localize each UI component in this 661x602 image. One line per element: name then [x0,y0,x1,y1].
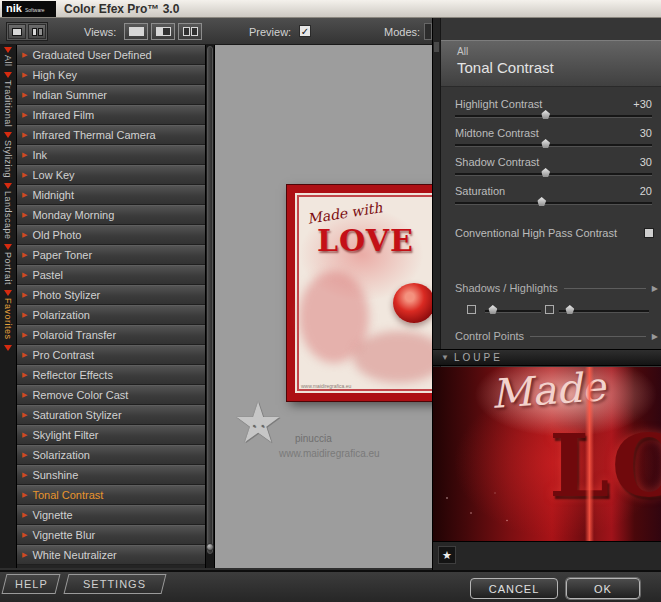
slider-track[interactable] [455,115,652,117]
filter-bullet-icon: ▶ [22,91,27,99]
category-tab[interactable]: Traditional [3,72,13,127]
titlebar: nik Software Color Efex Pro™ 3.0 [0,0,661,18]
shadows-highlights-section[interactable]: Shadows / Highlights ▶ [441,282,661,294]
artwork-love-text: LOVE [317,223,414,258]
slider-handle[interactable] [537,197,546,206]
filter-list-item[interactable]: ▶ Vignette Blur [17,525,205,545]
filter-list-item[interactable]: ▶ Indian Summer [17,85,205,105]
favorite-star-button[interactable]: ★ [438,546,456,564]
filter-list-item[interactable]: ▶ Remove Color Cast [17,385,205,405]
logo-subtext: Software [25,7,45,13]
filter-list-item[interactable]: ▶ Skylight Filter [17,425,205,445]
filter-label: Vignette Blur [32,529,95,541]
category-tab[interactable]: All [3,47,13,67]
category-tab[interactable]: Portrait [3,244,13,285]
filter-list-item[interactable]: ▶ Polarization [17,305,205,325]
filter-list-item[interactable]: ▶ Graduated User Defined [17,45,205,65]
ok-button[interactable]: OK [566,578,640,599]
modes-dropdown[interactable] [424,23,432,40]
filter-list-item[interactable]: ▶ Sunshine [17,465,205,485]
tab-marker-icon [4,183,12,189]
preview-area: Made with LOVE www.maidiregrafica.eu ★ •… [215,45,432,568]
filter-list-item[interactable]: ▶ Reflector Effects [17,365,205,385]
rose-graphic [393,283,432,323]
highlights-slider-handle[interactable] [565,305,574,314]
expand-arrow-icon[interactable]: ▶ [652,284,658,293]
filter-list-item[interactable]: ▶ Solarization [17,445,205,465]
filter-bullet-icon: ▶ [22,131,27,139]
shadows-slider-handle[interactable] [488,305,497,314]
filter-list-item[interactable]: ▶ Polaroid Transfer [17,325,205,345]
filter-label: Solarization [32,449,89,461]
split-pane-icon[interactable] [28,24,46,39]
settings-button[interactable]: SETTINGS [64,574,167,594]
filter-list-item[interactable]: ▶ High Key [17,65,205,85]
filter-label: Sunshine [32,469,78,481]
filter-label: Pastel [32,269,63,281]
filter-list-item[interactable]: ▶ White Neutralizer [17,545,205,565]
filter-list-item[interactable]: ▶ Infrared Film [17,105,205,125]
filter-label: Midnight [32,189,74,201]
filter-list-item[interactable]: ▶ Monday Morning [17,205,205,225]
help-button[interactable]: HELP [2,574,61,594]
shadows-slider[interactable] [485,310,541,312]
slider-track[interactable] [455,202,652,204]
shadows-checkbox[interactable] [467,305,476,314]
slider-handle[interactable] [541,139,550,148]
highlights-checkbox[interactable] [545,305,554,314]
view-mode-group [124,23,202,40]
filter-label: Ink [32,149,47,161]
preview-checkbox[interactable]: ✓ [299,25,311,37]
loupe-header[interactable]: ▼ LOUPE [433,349,661,366]
control-points-section[interactable]: Control Points ▶ [441,330,661,342]
slider-label: Highlight Contrast [455,98,542,110]
filter-list-scrollbar[interactable] [205,45,215,568]
cancel-button[interactable]: CANCEL [470,578,558,599]
filter-title: Tonal Contrast [457,59,554,76]
filter-label: Vignette [32,509,72,521]
filter-label: Tonal Contrast [32,489,103,501]
filter-bullet-icon: ▶ [22,191,27,199]
filter-list-item[interactable]: ▶ Midnight [17,185,205,205]
preview-label: Preview: [249,26,291,38]
tab-marker-icon [4,72,12,78]
highlights-slider[interactable] [559,310,649,312]
category-tab-label: Portrait [3,252,13,285]
filter-label: Infrared Film [32,109,94,121]
slider-track[interactable] [455,173,652,175]
slider-value: 20 [640,185,652,197]
filter-bullet-icon: ▶ [22,551,27,559]
slider-track[interactable] [455,144,652,146]
scrollbar-thumb[interactable] [207,46,213,554]
filter-list-item[interactable]: ▶ Paper Toner [17,245,205,265]
filter-list-item[interactable]: ▶ Infrared Thermal Camera [17,125,205,145]
expand-arrow-icon[interactable]: ▶ [652,332,658,341]
category-tab[interactable]: Favorites [3,290,13,340]
view-split-button[interactable] [151,23,175,40]
view-sidebyside-button[interactable] [178,23,202,40]
scrollbar-knob[interactable] [206,543,214,551]
category-tab-label: Stylizing [3,140,13,178]
star-face: • • [253,422,266,429]
filter-list-item[interactable]: ▶ Saturation Stylizer [17,405,205,425]
filter-list-item[interactable]: ▶ Tonal Contrast [17,485,205,505]
loupe-love-text: LO [549,415,661,516]
slider-label: Midtone Contrast [455,127,539,139]
filter-list-item[interactable]: ▶ Photo Stylizer [17,285,205,305]
slider-handle[interactable] [541,110,550,119]
filter-list-item[interactable]: ▶ Pastel [17,265,205,285]
filter-list-item[interactable]: ▶ Old Photo [17,225,205,245]
filter-list-item[interactable]: ▶ Vignette [17,505,205,525]
filter-list-item[interactable]: ▶ Pro Contrast [17,345,205,365]
single-pane-icon[interactable] [8,24,26,39]
filter-label: Saturation Stylizer [32,409,121,421]
view-single-button[interactable] [124,23,148,40]
slider-handle[interactable] [541,168,550,177]
category-tab[interactable]: Landscape [3,183,13,240]
category-tab[interactable]: Stylizing [3,132,13,178]
filter-list-item[interactable]: ▶ Low Key [17,165,205,185]
high-pass-checkbox[interactable] [644,228,654,238]
panel-collapse-button[interactable] [434,42,439,52]
filter-list-item[interactable]: ▶ Ink [17,145,205,165]
filter-bullet-icon: ▶ [22,511,27,519]
